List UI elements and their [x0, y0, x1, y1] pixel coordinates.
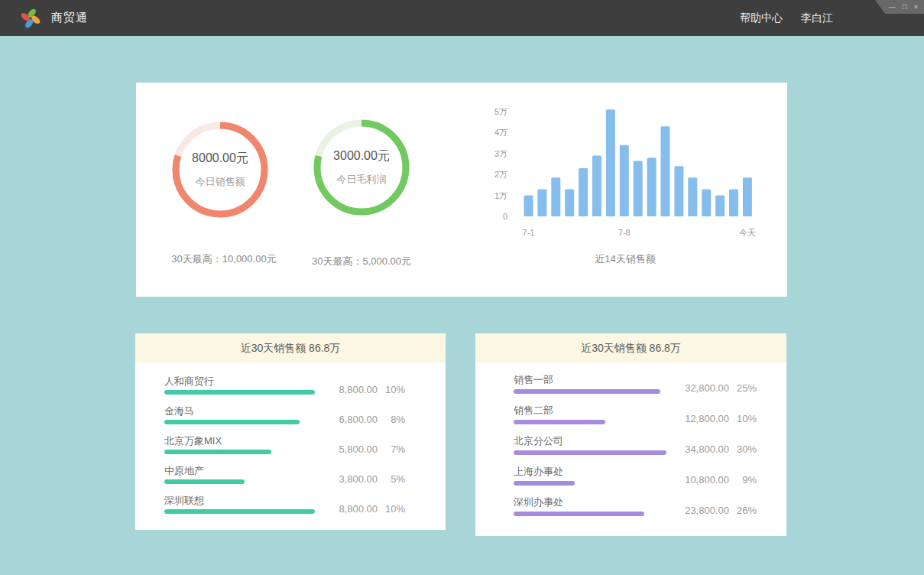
today-sales-caption: 今日销售额: [196, 175, 245, 189]
list-item: 销售一部 32,800.00 25%: [475, 373, 786, 404]
list-item-label: 北京万象MIX: [164, 434, 222, 448]
today-profit-value: 3000.00元: [333, 148, 390, 164]
list-item-label: 销售一部: [514, 373, 553, 387]
department-rank-title: 近30天销售额 86.8万: [475, 333, 786, 362]
list-item-bar: [164, 420, 300, 424]
list-item-label: 人和商贸行: [164, 375, 214, 388]
svg-text:7-1: 7-1: [523, 228, 535, 237]
list-item-bar: [164, 509, 315, 514]
list-item-bar: [514, 512, 644, 516]
list-item-values: 6,800.00 8%: [321, 414, 405, 425]
today-sales-value: 8000.00元: [192, 151, 248, 167]
list-item-amount: 8,800.00: [321, 384, 378, 395]
list-item: 北京分公司 34,800.00 30%: [475, 434, 786, 465]
list-item-amount: 23,800.00: [673, 505, 729, 516]
svg-text:3万: 3万: [494, 149, 507, 158]
svg-text:今天: 今天: [739, 228, 756, 237]
list-item-values: 3,800.00 5%: [321, 473, 405, 485]
maximize-icon[interactable]: □: [903, 3, 907, 11]
list-item-values: 32,800.00 25%: [673, 382, 757, 394]
customer-rank-card: 近30天销售额 86.8万 人和商贸行 8,800.00 10% 金海马 6,8…: [135, 333, 446, 530]
list-item-percent: 8%: [378, 414, 405, 425]
app-logo-icon: [21, 8, 41, 29]
list-item-amount: 34,800.00: [673, 443, 729, 455]
today-profit-footnote: 30天最高：5,000.00元: [277, 255, 446, 268]
list-item-percent: 10%: [378, 384, 405, 395]
list-item-amount: 32,800.00: [673, 382, 729, 394]
list-item-values: 34,800.00 30%: [673, 443, 757, 455]
list-item-values: 12,800.00 10%: [673, 413, 757, 424]
department-rank-list: 销售一部 32,800.00 25% 销售二部 12,800.00 10% 北京…: [475, 362, 786, 526]
list-item-values: 8,800.00 10%: [321, 503, 405, 515]
list-item-percent: 9%: [729, 474, 757, 486]
list-item-amount: 10,800.00: [673, 474, 729, 486]
list-item-bar: [164, 479, 245, 484]
sales-bar-chart: 01万2万3万4万5万7-17-8今天 近14天销售额: [488, 99, 763, 275]
today-profit-readout: 3000.00元 今日毛利润: [312, 118, 411, 217]
app-title: 商贸通: [51, 11, 88, 25]
list-item-label: 深圳联想: [164, 494, 204, 508]
sales-bar-chart-plot: 01万2万3万4万5万7-17-8今天: [488, 99, 763, 245]
window-controls: — □ ×: [875, 0, 924, 14]
titlebar: 商贸通 帮助中心 李白江 — □ ×: [0, 0, 924, 36]
minimize-icon[interactable]: —: [889, 4, 896, 11]
list-item-percent: 10%: [729, 413, 757, 424]
department-rank-card: 近30天销售额 86.8万 销售一部 32,800.00 25% 销售二部 12…: [475, 333, 786, 536]
list-item-label: 北京分公司: [514, 434, 563, 448]
list-item-label: 中原地产: [164, 464, 204, 478]
list-item: 销售二部 12,800.00 10%: [475, 404, 786, 434]
list-item: 上海办事处 10,800.00 9%: [475, 465, 786, 495]
list-item-label: 上海办事处: [514, 465, 563, 479]
svg-text:2万: 2万: [494, 170, 507, 179]
list-item-percent: 30%: [729, 443, 757, 455]
today-profit-caption: 今日毛利润: [337, 173, 387, 187]
list-item-bar: [514, 420, 605, 424]
list-item-percent: 10%: [378, 503, 405, 515]
list-item: 人和商贸行 8,800.00 10%: [135, 375, 446, 404]
list-item: 北京万象MIX 5,800.00 7%: [135, 434, 446, 464]
list-item-label: 销售二部: [514, 404, 553, 417]
list-item-bar: [164, 390, 315, 395]
svg-text:0: 0: [503, 212, 507, 221]
overview-card: 8000.00元 今日销售额 30天最高：10,000.00元 3000.00元…: [136, 83, 787, 297]
customer-rank-list: 人和商贸行 8,800.00 10% 金海马 6,800.00 8% 北京万象M…: [135, 362, 446, 524]
list-item: 深圳联想 8,800.00 10%: [135, 494, 446, 524]
list-item-bar: [164, 450, 271, 454]
list-item-bar: [514, 450, 666, 455]
list-item-percent: 5%: [378, 473, 405, 485]
username-menu[interactable]: 李白江: [801, 11, 833, 25]
list-item-label: 深圳办事处: [514, 495, 563, 509]
list-item-values: 8,800.00 10%: [321, 384, 405, 395]
list-item-percent: 25%: [729, 382, 757, 394]
sales-bar-chart-title: 近14天销售额: [488, 252, 763, 266]
list-item-values: 23,800.00 26%: [673, 505, 757, 516]
svg-text:1万: 1万: [494, 191, 507, 200]
svg-text:4万: 4万: [494, 128, 507, 137]
svg-text:7-8: 7-8: [618, 228, 631, 237]
list-item-label: 金海马: [164, 404, 194, 418]
help-center-link[interactable]: 帮助中心: [740, 11, 783, 25]
list-item-bar: [514, 389, 660, 394]
list-item: 中原地产 3,800.00 5%: [135, 464, 446, 494]
list-item-amount: 6,800.00: [321, 414, 378, 425]
list-item: 深圳办事处 23,800.00 26%: [475, 495, 786, 526]
list-item-values: 5,800.00 7%: [321, 443, 405, 455]
list-item-amount: 12,800.00: [673, 413, 729, 424]
close-icon[interactable]: ×: [914, 4, 918, 11]
list-item-amount: 8,800.00: [321, 503, 378, 515]
list-item-bar: [514, 481, 575, 486]
list-item-amount: 5,800.00: [321, 443, 378, 455]
titlebar-menu: 帮助中心 李白江: [740, 0, 833, 36]
list-item-percent: 7%: [378, 443, 405, 455]
customer-rank-title: 近30天销售额 86.8万: [135, 333, 446, 362]
list-item-percent: 26%: [729, 505, 757, 516]
svg-text:5万: 5万: [494, 107, 507, 116]
list-item: 金海马 6,800.00 8%: [135, 404, 446, 434]
list-item-amount: 3,800.00: [321, 473, 378, 485]
today-sales-readout: 8000.00元 今日销售额: [170, 120, 270, 219]
list-item-values: 10,800.00 9%: [673, 474, 757, 486]
